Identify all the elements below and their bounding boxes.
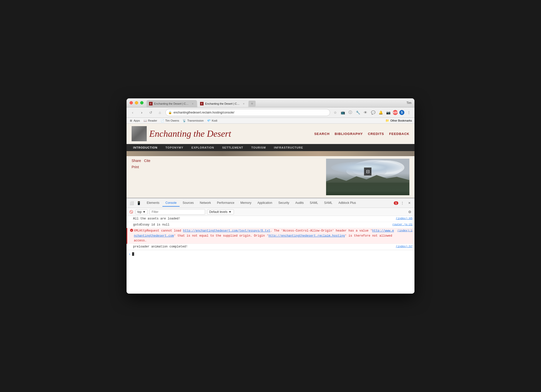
browser-tab-2[interactable]: E Enchanting the Desert | Conso × bbox=[198, 100, 248, 107]
log-source-3[interactable]: (index):1 bbox=[398, 229, 412, 233]
devtools-tab-application[interactable]: Application bbox=[254, 200, 275, 207]
devtools-tab-performance[interactable]: Performance bbox=[214, 200, 237, 207]
site-main-nav: INTRODUCTION TOPONYMY EXPLORATION SETTLE… bbox=[127, 144, 414, 151]
error-link-1[interactable]: http://enchantingthedesert.com/text/essa… bbox=[183, 229, 270, 233]
other-bookmarks[interactable]: 📁 Other Bookmarks bbox=[385, 119, 412, 122]
console-toolbar: 🚫 top ▼ Default levels ▼ ⚙ bbox=[127, 208, 414, 216]
console-filter-input[interactable] bbox=[150, 209, 205, 215]
devtools-tab-saml2[interactable]: SAML bbox=[321, 200, 335, 207]
bookmark-kodi[interactable]: 💎 Kodi bbox=[207, 119, 217, 122]
devtools-close-button[interactable]: × bbox=[406, 200, 412, 206]
reader-icon: 📖 bbox=[143, 119, 147, 122]
timowens-icon: 📄 bbox=[161, 119, 164, 122]
close-button[interactable] bbox=[130, 101, 133, 104]
extension-icon-3[interactable]: 💬 bbox=[370, 109, 376, 116]
devtools-tab-sources[interactable]: Sources bbox=[180, 200, 197, 207]
devtools-device-icon[interactable]: 📱 bbox=[136, 200, 142, 206]
site-nav-bibliography[interactable]: BIBLIOGRAPHY bbox=[335, 132, 363, 136]
bookmark-transmission[interactable]: 📡 Transmission bbox=[183, 119, 204, 122]
devtools-tab-saml1[interactable]: SAML bbox=[307, 200, 321, 207]
site-nav-search[interactable]: SEARCH bbox=[314, 132, 330, 136]
info-icon[interactable]: ⓘ bbox=[347, 109, 353, 116]
new-tab-button[interactable]: + bbox=[249, 101, 256, 107]
devtools-panel: ⬜ 📱 Elements Console Sources Network Per… bbox=[127, 198, 414, 294]
context-dropdown-icon: ▼ bbox=[143, 210, 146, 214]
bookmark-kodi-label: Kodi bbox=[212, 119, 217, 122]
tab-favicon-2: E bbox=[200, 102, 204, 105]
devtools-tab-network[interactable]: Network bbox=[197, 200, 214, 207]
extension-icon-2[interactable]: 👁 bbox=[362, 109, 368, 116]
devtools-more-icon[interactable]: ⋮ bbox=[399, 200, 405, 206]
site-title: Enchanting the Desert bbox=[149, 128, 231, 139]
overlay-icon[interactable]: ⊟ bbox=[364, 167, 372, 176]
site-nav-credits[interactable]: CREDITS bbox=[368, 132, 384, 136]
svg-rect-8 bbox=[326, 183, 409, 195]
svg-marker-9 bbox=[326, 175, 409, 183]
devtools-tab-memory[interactable]: Memory bbox=[237, 200, 254, 207]
log-source-1[interactable]: (index):65 bbox=[396, 216, 412, 221]
menu-icon[interactable]: ⋮ bbox=[406, 109, 412, 116]
extension-icon-4[interactable]: 🔔 bbox=[378, 109, 384, 116]
devtools-inspect-icon[interactable]: ⬜ bbox=[129, 200, 135, 206]
context-selector[interactable]: top ▼ bbox=[136, 209, 147, 214]
cite-link[interactable]: Cite bbox=[144, 159, 150, 163]
site-nav-feedback[interactable]: FEEDBACK bbox=[389, 132, 409, 136]
bookmark-timowens[interactable]: 📄 Tim Owens bbox=[161, 119, 179, 122]
devtools-tab-adblockplus[interactable]: Adblock Plus bbox=[335, 200, 359, 207]
bookmark-reader[interactable]: 📖 Reader bbox=[143, 119, 157, 122]
s-icon[interactable]: S bbox=[399, 110, 404, 115]
cast-icon[interactable]: 📺 bbox=[340, 109, 346, 116]
log-source-4[interactable]: (index):57 bbox=[396, 244, 412, 249]
extension-icon-5[interactable]: 📷 bbox=[385, 109, 391, 116]
devtools-tab-security[interactable]: Security bbox=[275, 200, 292, 207]
tab-close-2[interactable]: × bbox=[242, 102, 245, 105]
nav-tourism[interactable]: TOURISM bbox=[247, 144, 270, 151]
svg-rect-0 bbox=[132, 126, 147, 141]
bookmark-star-icon[interactable]: ☆ bbox=[332, 109, 338, 116]
console-input-line[interactable]: › bbox=[127, 250, 414, 258]
extension-icon-1[interactable]: 🔧 bbox=[355, 109, 361, 116]
address-bar[interactable]: 🔒 enchantingthedesert.reclaim.hosting/co… bbox=[165, 109, 330, 116]
levels-selector[interactable]: Default levels ▼ bbox=[207, 209, 234, 214]
nav-exploration[interactable]: EXPLORATION bbox=[187, 144, 218, 151]
nav-settlement[interactable]: SETTLEMENT bbox=[218, 144, 247, 151]
hero-image: ⊟ bbox=[326, 159, 409, 195]
console-settings-icon[interactable]: ⚙ bbox=[407, 209, 412, 215]
console-prompt-icon: › bbox=[129, 251, 131, 257]
devtools-tab-elements[interactable]: Elements bbox=[144, 200, 162, 207]
bookmark-apps[interactable]: ⊞ Apps bbox=[129, 119, 140, 122]
nav-toponymy[interactable]: TOPONYMY bbox=[161, 144, 187, 151]
bookmark-reader-label: Reader bbox=[148, 119, 157, 122]
tabs-area: E Enchanting the Desert | Conso × E Ench… bbox=[146, 98, 406, 107]
site-nav-right: SEARCH BIBLIOGRAPHY CREDITS FEEDBACK bbox=[314, 132, 409, 136]
maximize-button[interactable] bbox=[140, 101, 143, 104]
devtools-tab-console[interactable]: Console bbox=[162, 200, 180, 207]
log-error-icon: ✕ bbox=[129, 229, 134, 232]
error-count-badge: 1 bbox=[394, 201, 398, 205]
devtools-tab-audits[interactable]: Audits bbox=[292, 200, 307, 207]
devtools-right-controls: 1 ⋮ × bbox=[394, 200, 412, 206]
share-link[interactable]: Share bbox=[132, 159, 141, 163]
home-button[interactable]: ⌂ bbox=[156, 109, 163, 116]
console-stop-button[interactable]: 🚫 bbox=[129, 209, 134, 214]
nav-infrastructure[interactable]: INFRASTRUCTURE bbox=[270, 144, 307, 151]
browser-tab-1[interactable]: E Enchanting the Desert | Conso × bbox=[146, 100, 197, 107]
bookmark-apps-label: Apps bbox=[134, 119, 140, 122]
transmission-icon: 📡 bbox=[183, 119, 186, 122]
error-link-3[interactable]: http://enchantingthedesert.reclaim.hosti… bbox=[268, 234, 345, 238]
nav-introduction[interactable]: INTRODUCTION bbox=[129, 144, 161, 151]
reload-button[interactable]: ↺ bbox=[147, 109, 154, 116]
abp-icon[interactable]: ABP bbox=[393, 110, 398, 115]
print-link[interactable]: Print bbox=[132, 165, 139, 169]
levels-dropdown-icon: ▼ bbox=[229, 210, 232, 214]
forward-button[interactable]: › bbox=[138, 109, 145, 116]
tab-close-1[interactable]: × bbox=[191, 102, 194, 105]
site-logo-image bbox=[132, 126, 147, 141]
minimize-button[interactable] bbox=[135, 101, 138, 104]
back-button[interactable]: ‹ bbox=[129, 109, 136, 116]
address-text: enchantingthedesert.reclaim.hosting/cons… bbox=[174, 111, 234, 114]
tab-favicon-1: E bbox=[149, 102, 153, 105]
log-source-2[interactable]: router.js:21 bbox=[392, 222, 412, 227]
tab-title-1: Enchanting the Desert | Conso bbox=[154, 102, 189, 105]
svg-rect-1 bbox=[132, 131, 147, 136]
